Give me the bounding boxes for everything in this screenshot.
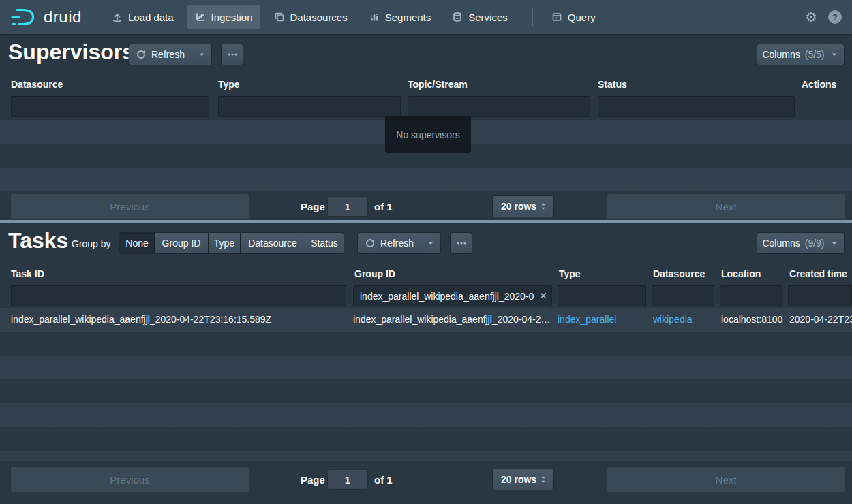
refresh-icon [365,238,376,249]
tasks-empty-rows [0,332,852,461]
nav-item-services[interactable]: Services [444,5,515,29]
supervisors-title: Supervisors [8,40,134,65]
tasks-title: Tasks [8,228,68,253]
chevron-down-icon [830,238,839,248]
nav-item-datasources[interactable]: Datasources [267,5,355,29]
table-row[interactable]: index_parallel_wikipedia_aaenfjjl_2020-0… [0,308,852,332]
chevron-down-icon [830,50,839,59]
task-col-header-location[interactable]: Location [721,268,761,279]
task-filter-group-id[interactable] [353,285,552,306]
task-col-header-type[interactable]: Type [559,268,581,279]
task-filter-created-time[interactable] [788,285,852,306]
columns-label: Columns [762,49,800,60]
task-datasource-link[interactable]: wikipedia [653,314,693,325]
supervisors-refresh-button[interactable]: Refresh [129,44,192,65]
columns-label: Columns [762,238,800,249]
tasks-columns-button[interactable]: Columns (9/9) [757,233,844,253]
tasks-page-input[interactable] [327,469,368,490]
ingestion-icon [195,12,206,22]
druid-console: druid Load data Ingestion [0,0,852,504]
supervisors-more-button[interactable] [222,44,243,65]
supervisors-rows-per-page-select[interactable]: 20 rows [493,196,553,217]
task-col-header-task-id[interactable]: Task ID [11,268,44,279]
druid-logo[interactable]: druid [10,6,82,28]
sup-col-header-status[interactable]: Status [598,79,627,90]
brand-name: druid [44,7,82,27]
task-filter-location[interactable] [720,285,782,306]
no-supervisors-message: No supervisors [385,116,471,153]
task-id-cell: index_parallel_wikipedia_aaenfjjl_2020-0… [11,314,348,325]
help-icon[interactable]: ? [828,10,842,24]
nav-divider [93,8,93,26]
double-caret-icon [538,202,548,211]
settings-gear-icon[interactable]: ⚙ [805,9,817,25]
nav-item-load-data[interactable]: Load data [104,5,181,29]
supervisors-next-button[interactable]: Next [607,194,845,219]
task-col-header-created-time[interactable]: Created time [789,268,847,279]
chevron-down-icon [197,50,207,59]
sup-col-header-datasource[interactable]: Datasource [11,79,63,90]
nav-item-query[interactable]: Query [544,5,603,29]
tasks-rows-per-page-select[interactable]: 20 rows [493,469,553,490]
group-by-datasource-button[interactable]: Datasource [241,233,305,253]
task-created-time-cell: 2020-04-22T23:16:15.589Z [789,314,852,325]
services-icon [452,12,463,22]
refresh-label: Refresh [380,238,414,249]
supervisors-refresh-dropdown-button[interactable] [192,44,211,65]
nav-item-label: Query [568,12,596,23]
refresh-icon [136,49,147,60]
tasks-refresh-dropdown-button[interactable] [421,233,440,253]
nav-item-segments[interactable]: Segments [361,5,439,29]
sup-filter-status[interactable] [598,96,795,117]
nav-item-label: Segments [385,12,431,23]
sup-col-header-topic-stream[interactable]: Topic/Stream [408,79,468,90]
task-filter-task-id[interactable] [11,285,346,306]
page-of-label: of 1 [374,474,393,486]
supervisors-page-input[interactable] [327,196,368,217]
supervisors-previous-button[interactable]: Previous [11,194,249,219]
query-icon [551,12,562,22]
task-type-link[interactable]: index_parallel [558,314,616,325]
sup-col-header-actions[interactable]: Actions [802,79,836,90]
group-by-group-id-button[interactable]: Group ID [155,233,208,253]
group-by-type-button[interactable]: Type [209,233,240,253]
page-label: Page [301,201,325,212]
datasources-icon [274,12,285,22]
sup-filter-datasource[interactable] [11,96,209,117]
clear-filter-icon[interactable] [537,290,549,302]
load-data-icon [112,12,123,22]
nav-divider [532,8,533,26]
nav-item-label: Datasources [290,12,348,23]
task-filter-datasource[interactable] [652,285,714,306]
tasks-next-button[interactable]: Next [607,467,845,492]
nav-item-label: Ingestion [211,12,253,23]
rows-per-page-value: 20 rows [501,201,536,212]
refresh-label: Refresh [151,49,185,60]
segments-icon [369,12,380,22]
group-by-none-button[interactable]: None [120,233,154,253]
group-by-status-button[interactable]: Status [305,233,344,253]
task-filter-type[interactable] [558,285,646,306]
top-navbar: druid Load data Ingestion [0,0,852,34]
page-label: Page [301,474,325,486]
double-caret-icon [538,475,548,484]
sup-filter-type[interactable] [218,96,401,117]
tasks-refresh-button[interactable]: Refresh [358,233,421,253]
group-id-cell: index_parallel_wikipedia_aaenfjjl_2020-0… [353,314,553,325]
sup-col-header-type[interactable]: Type [218,79,240,90]
chevron-down-icon [426,238,436,248]
nav-item-label: Services [468,12,508,23]
task-filter-group-id-wrap [353,285,552,306]
nav-item-ingestion[interactable]: Ingestion [187,5,260,29]
task-col-header-group-id[interactable]: Group ID [354,268,395,279]
task-col-header-datasource[interactable]: Datasource [653,268,705,279]
section-resize-handle[interactable] [0,220,852,223]
columns-count: (9/9) [805,238,825,249]
tasks-more-button[interactable] [451,233,472,253]
sup-filter-topic-stream[interactable] [408,96,590,117]
tasks-previous-button[interactable]: Previous [11,467,249,492]
rows-per-page-value: 20 rows [501,474,536,485]
more-icon [456,238,467,249]
supervisors-columns-button[interactable]: Columns (5/5) [757,44,844,65]
more-icon [227,49,238,60]
